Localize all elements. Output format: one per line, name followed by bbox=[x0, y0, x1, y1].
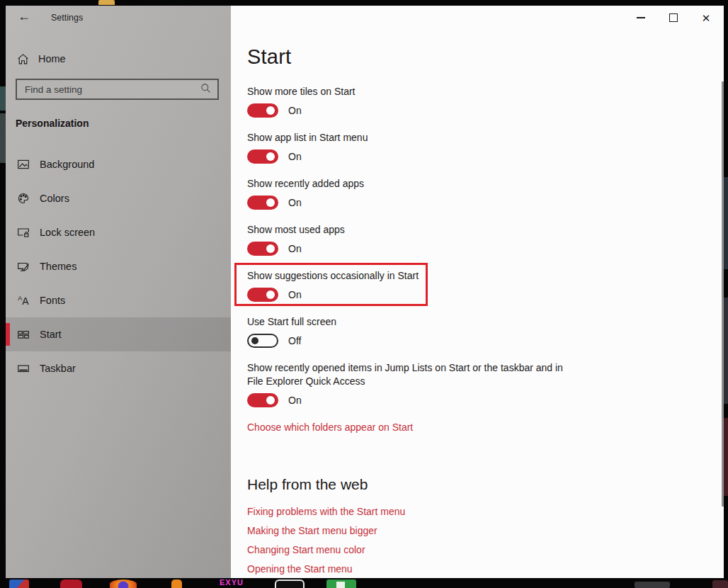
toggle-state-label: On bbox=[288, 243, 302, 254]
toggle-state-label: On bbox=[288, 105, 302, 116]
help-link-menu-color[interactable]: Changing Start menu color bbox=[247, 543, 599, 557]
setting-label: Show more tiles on Start bbox=[247, 85, 567, 98]
desktop-wallpaper-fragment bbox=[0, 113, 6, 163]
setting-show-more-tiles: Show more tiles on Start On bbox=[247, 85, 599, 118]
sidebar-item-taskbar[interactable]: Taskbar bbox=[6, 351, 231, 385]
sidebar-item-colors[interactable]: Colors bbox=[6, 181, 231, 215]
minimize-button[interactable] bbox=[636, 11, 646, 24]
sidebar-nav: Background Colors bbox=[6, 147, 231, 385]
setting-label: Show recently added apps bbox=[247, 177, 567, 191]
setting-show-recently-added: Show recently added apps On bbox=[247, 177, 599, 210]
toggle-switch[interactable] bbox=[247, 288, 278, 302]
sidebar-item-home[interactable]: Home bbox=[17, 50, 66, 68]
lock-screen-icon bbox=[17, 226, 30, 239]
search-box[interactable] bbox=[16, 79, 219, 100]
sidebar-item-label: Colors bbox=[40, 193, 69, 204]
sidebar-item-label: Taskbar bbox=[40, 363, 76, 374]
start-tiles-icon bbox=[17, 328, 30, 341]
page-title: Start bbox=[247, 43, 599, 71]
setting-show-suggestions: Show suggestions occasionally in Start O… bbox=[247, 269, 599, 302]
setting-label: Show recently opened items in Jump Lists… bbox=[247, 361, 567, 388]
sidebar-item-label: Home bbox=[38, 53, 66, 64]
setting-label: Show most used apps bbox=[247, 223, 567, 237]
maximize-button[interactable] bbox=[669, 11, 678, 24]
help-link-fixing-problems[interactable]: Fixing problems with the Start menu bbox=[247, 505, 599, 519]
help-section-heading: Help from the web bbox=[247, 475, 599, 494]
setting-show-app-list: Show app list in Start menu On bbox=[247, 131, 599, 164]
toggle-switch[interactable] bbox=[247, 242, 278, 256]
desktop-icon bbox=[275, 579, 305, 588]
palette-icon bbox=[17, 192, 30, 205]
desktop-icon-label: EXYU bbox=[220, 578, 244, 587]
setting-label: Show suggestions occasionally in Start bbox=[247, 269, 567, 283]
sidebar-item-start[interactable]: Start bbox=[6, 317, 231, 351]
sidebar: ← Settings Home Personalization bbox=[6, 6, 231, 578]
close-button[interactable]: ✕ bbox=[701, 11, 711, 24]
desktop-icon bbox=[712, 580, 728, 588]
setting-show-most-used: Show most used apps On bbox=[247, 223, 599, 256]
sidebar-item-background[interactable]: Background bbox=[6, 147, 231, 181]
browser-icon bbox=[110, 579, 137, 588]
sidebar-section-heading: Personalization bbox=[16, 118, 89, 129]
setting-show-jump-lists: Show recently opened items in Jump Lists… bbox=[247, 361, 599, 407]
search-input[interactable] bbox=[17, 84, 200, 95]
sidebar-item-label: Fonts bbox=[40, 295, 65, 306]
help-links: Fixing problems with the Start menu Maki… bbox=[247, 505, 599, 576]
desktop-top-icon bbox=[98, 0, 115, 5]
toggle-switch[interactable] bbox=[247, 393, 278, 407]
toggle-state-label: On bbox=[288, 289, 302, 300]
image-icon bbox=[17, 158, 30, 171]
desktop-icon bbox=[326, 579, 356, 588]
toggle-state-label: On bbox=[288, 395, 302, 406]
sidebar-item-fonts[interactable]: AA Fonts bbox=[6, 283, 231, 317]
desktop-icon bbox=[635, 582, 670, 588]
back-icon[interactable]: ← bbox=[18, 9, 30, 24]
fonts-icon: AA bbox=[17, 294, 30, 307]
toggle-switch[interactable] bbox=[247, 196, 278, 210]
setting-label: Show app list in Start menu bbox=[247, 131, 567, 145]
toggle-switch[interactable] bbox=[247, 149, 278, 164]
settings-window: ← Settings Home Personalization bbox=[6, 6, 724, 578]
start-settings-page: Start Show more tiles on Start On Show a… bbox=[231, 6, 599, 576]
help-link-opening-menu[interactable]: Opening the Start menu bbox=[247, 562, 599, 576]
setting-label: Use Start full screen bbox=[247, 315, 567, 329]
toggle-switch[interactable] bbox=[247, 334, 278, 348]
desktop-icon bbox=[60, 579, 82, 588]
toggle-state-label: On bbox=[288, 151, 302, 162]
themes-icon bbox=[17, 260, 30, 273]
sidebar-item-label: Lock screen bbox=[40, 227, 95, 238]
toggle-state-label: Off bbox=[288, 335, 301, 346]
desktop-wallpaper-fragment bbox=[0, 86, 6, 111]
search-icon[interactable] bbox=[200, 83, 211, 96]
choose-folders-link[interactable]: Choose which folders appear on Start bbox=[247, 421, 413, 434]
desktop-icon bbox=[9, 579, 29, 588]
desktop-icon bbox=[171, 579, 182, 588]
help-link-menu-bigger[interactable]: Making the Start menu bigger bbox=[247, 524, 599, 538]
home-icon bbox=[17, 53, 29, 65]
sidebar-item-themes[interactable]: Themes bbox=[6, 249, 231, 283]
sidebar-item-label: Themes bbox=[40, 261, 76, 272]
sidebar-item-label: Background bbox=[40, 159, 94, 170]
window-controls: ✕ bbox=[636, 9, 724, 26]
window-title: Settings bbox=[51, 13, 83, 23]
desktop-wallpaper-fragment bbox=[723, 177, 728, 269]
vertical-scrollbar[interactable] bbox=[722, 81, 724, 507]
main-panel: ✕ Start Show more tiles on Start On Show… bbox=[231, 6, 724, 578]
toggle-state-label: On bbox=[288, 197, 302, 208]
setting-full-screen: Use Start full screen Off bbox=[247, 315, 599, 348]
taskbar-icon bbox=[17, 362, 30, 375]
toggle-switch[interactable] bbox=[247, 103, 278, 118]
sidebar-item-lock-screen[interactable]: Lock screen bbox=[6, 215, 231, 249]
sidebar-item-label: Start bbox=[40, 329, 62, 340]
